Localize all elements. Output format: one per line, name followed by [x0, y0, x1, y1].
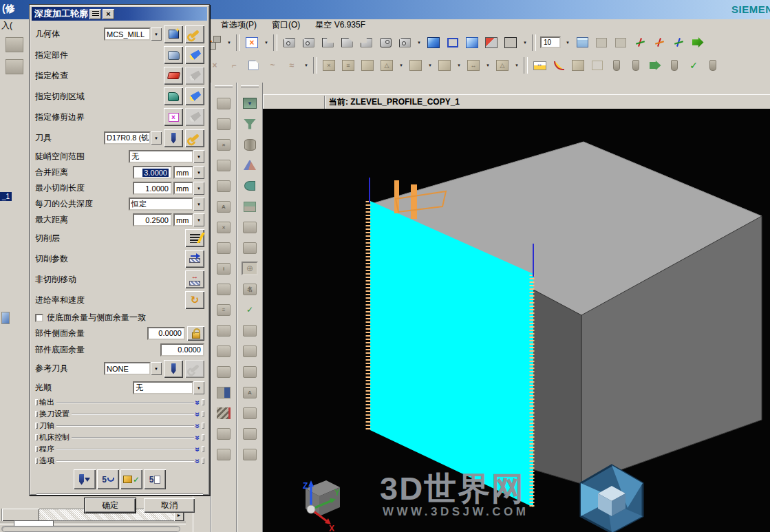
tool-display-icon[interactable]: [627, 56, 645, 74]
tool-gray-icon[interactable]: [239, 219, 260, 235]
part-navigator-icon[interactable]: [689, 34, 707, 52]
reference-tool-combo[interactable]: NONE: [104, 362, 162, 375]
select-trim-boundary-button[interactable]: ×: [164, 108, 183, 126]
simulate-ok-icon[interactable]: ✓: [685, 56, 703, 74]
curve-flow-icon[interactable]: ≈: [283, 56, 301, 74]
op-info-icon[interactable]: i: [213, 260, 234, 277]
dialog-close-button[interactable]: ×: [103, 9, 114, 19]
smoothing-caret[interactable]: [193, 381, 204, 394]
tool-stack-icon[interactable]: [239, 343, 260, 359]
min-cut-length-input[interactable]: 1.0000: [133, 182, 172, 195]
ok-button[interactable]: 确定: [85, 498, 136, 513]
op-edit-icon[interactable]: [213, 116, 234, 132]
graphics-window[interactable]: Z Y X 3D世界网 WWW.3DSJW.COM: [263, 109, 770, 532]
view-front-icon[interactable]: [338, 34, 356, 52]
face-caret-5[interactable]: [513, 56, 521, 74]
tool-wheel-icon[interactable]: [239, 363, 260, 380]
face-caret-1[interactable]: [397, 56, 405, 74]
tool-grid-icon[interactable]: [239, 446, 260, 462]
same-margin-checkbox[interactable]: [35, 314, 43, 322]
pattern-face-icon[interactable]: [407, 56, 425, 74]
scale-body-icon[interactable]: △: [493, 56, 511, 74]
face-caret-2[interactable]: [426, 56, 434, 74]
tool-create-icon[interactable]: [213, 95, 234, 111]
tool-combo-caret[interactable]: [151, 131, 162, 145]
shaded-edges-display-icon[interactable]: [463, 34, 481, 52]
expand-chevron-icon[interactable]: »: [193, 447, 203, 451]
selection-caret[interactable]: [262, 34, 270, 52]
cut-levels-button[interactable]: [185, 229, 204, 247]
op-rename-icon[interactable]: A: [213, 198, 234, 215]
curve-caret[interactable]: [302, 56, 310, 74]
workpiece-cylinder-icon[interactable]: [239, 136, 260, 153]
measure-body-icon[interactable]: [569, 56, 587, 74]
max-distance-input[interactable]: 0.2500: [133, 213, 172, 226]
expand-chevron-icon[interactable]: »: [193, 423, 203, 428]
common-depth-caret[interactable]: [193, 198, 204, 211]
tool-combo[interactable]: D17R0.8 (铣: [104, 131, 162, 145]
tool-block-icon[interactable]: [239, 198, 260, 215]
spindle-icon[interactable]: [646, 56, 664, 74]
group-bar-0[interactable]: 输出»: [35, 396, 204, 408]
geometry-combo[interactable]: MCS_MILL: [104, 28, 162, 41]
interpart-copy-icon[interactable]: [612, 34, 630, 52]
verify-toolpath-button[interactable]: ✓: [120, 469, 142, 489]
cancel-button[interactable]: 取消: [144, 498, 195, 513]
op-delete-icon[interactable]: ×: [213, 219, 234, 235]
nav-wheel-icon[interactable]: ⊕: [239, 260, 260, 277]
select-check-button[interactable]: [164, 67, 183, 85]
select-part-button[interactable]: [164, 46, 183, 64]
bounding-box-icon[interactable]: [588, 56, 606, 74]
offset-region-icon[interactable]: △: [378, 56, 396, 74]
view-caret[interactable]: [415, 34, 423, 52]
display-part-button[interactable]: [185, 46, 204, 64]
face-caret-3[interactable]: [455, 56, 463, 74]
stop-selection-icon[interactable]: ×: [243, 34, 261, 52]
wcs-triad[interactable]: Z Y X: [303, 480, 340, 532]
merge-distance-input[interactable]: 3.0000: [133, 166, 172, 179]
view-trimetric-icon[interactable]: [280, 34, 298, 52]
snap-caret[interactable]: [225, 34, 233, 52]
non-cutting-moves-button[interactable]: ↔: [185, 270, 204, 288]
side-margin-lock-button[interactable]: [187, 326, 204, 341]
replay-toolpath-button[interactable]: 5: [97, 469, 119, 489]
op-batch-icon[interactable]: [213, 322, 234, 339]
steep-space-combo[interactable]: 无: [129, 150, 204, 163]
curve-corner-icon[interactable]: ⌐: [225, 56, 243, 74]
bottom-margin-input[interactable]: 0.0000: [160, 343, 204, 357]
group-bar-1[interactable]: 换刀设置»: [35, 408, 204, 420]
op-levels-icon[interactable]: [213, 343, 234, 359]
op-paste-icon[interactable]: [213, 178, 234, 194]
menu-starsky-version[interactable]: 星空 V6.935F: [308, 19, 373, 31]
wcs-dynamics-icon[interactable]: [650, 34, 668, 52]
probe-tool-icon[interactable]: [213, 281, 234, 297]
op-wrench-icon[interactable]: [213, 425, 234, 442]
dialog-rollup-button[interactable]: [89, 9, 101, 19]
generate-toolpath-button[interactable]: [74, 469, 96, 489]
mirror-check-icon[interactable]: [239, 157, 260, 173]
min-cut-unit-combo[interactable]: mm: [173, 182, 204, 195]
min-cut-unit-caret[interactable]: [193, 182, 204, 195]
group-bar-2[interactable]: 刀轴»: [35, 420, 204, 432]
feeds-speeds-button[interactable]: ↻: [185, 291, 204, 309]
wcs-origin-icon[interactable]: [631, 34, 649, 52]
side-margin-input[interactable]: 0.0000: [147, 327, 185, 340]
layer-settings-icon[interactable]: [573, 34, 591, 52]
name-display-icon[interactable]: 名: [239, 281, 260, 297]
generate-path-icon[interactable]: ▼: [239, 95, 260, 111]
tool-tree-icon[interactable]: [239, 322, 260, 339]
replace-face-icon[interactable]: ≡: [339, 56, 357, 74]
view-right-icon[interactable]: [357, 34, 375, 52]
steep-combo-caret[interactable]: [193, 150, 204, 163]
expand-chevron-icon[interactable]: »: [193, 458, 203, 463]
max-distance-unit-combo[interactable]: mm: [173, 213, 204, 226]
wcs-orient-icon[interactable]: [670, 34, 687, 52]
interpart-link-icon[interactable]: [592, 34, 610, 52]
group-bar-4[interactable]: 程序»: [35, 443, 204, 455]
wireframe-display-icon[interactable]: [444, 34, 462, 52]
view-left-icon[interactable]: [319, 34, 336, 52]
group-bar-3[interactable]: 机床控制»: [35, 432, 204, 443]
new-geometry-button[interactable]: [164, 25, 183, 43]
max-distance-unit-caret[interactable]: [193, 213, 204, 226]
toolbar-grip[interactable]: [215, 85, 233, 87]
